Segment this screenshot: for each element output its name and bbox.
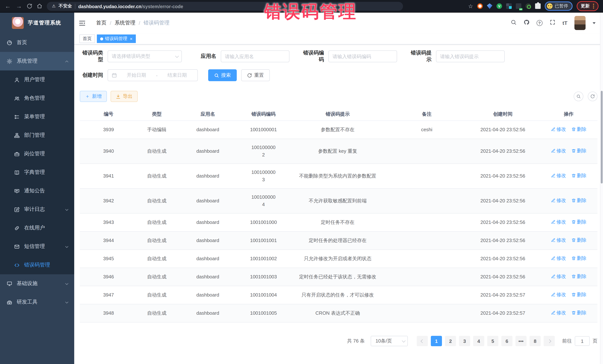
- error-code-input[interactable]: [333, 54, 393, 59]
- sidebar-item-dev-tools[interactable]: 研发工具: [0, 293, 74, 311]
- breadcrumb-system[interactable]: 系统管理: [115, 20, 135, 26]
- cell-remark: [388, 268, 466, 286]
- page-button-5[interactable]: 5: [487, 336, 498, 346]
- edit-link[interactable]: 修改: [551, 255, 566, 262]
- error-tip-input[interactable]: [440, 54, 500, 59]
- forward-icon[interactable]: →: [16, 3, 22, 9]
- extension-squares-icon[interactable]: [506, 3, 512, 9]
- delete-link[interactable]: 删除: [571, 255, 587, 262]
- sidebar-item-role[interactable]: 角色管理: [0, 89, 74, 108]
- reset-button[interactable]: 重置: [241, 69, 270, 81]
- font-size-icon[interactable]: tT: [563, 20, 567, 26]
- app-name-input[interactable]: [225, 54, 285, 59]
- delete-link[interactable]: 删除: [571, 273, 587, 280]
- edit-link[interactable]: 修改: [551, 236, 566, 244]
- sidebar-item-audit-log[interactable]: 审计日志: [0, 200, 74, 219]
- cell-tip: 定时任务的处理器已经存在: [288, 232, 388, 250]
- home-icon[interactable]: [37, 3, 42, 9]
- extension-gem-icon[interactable]: [487, 3, 492, 9]
- sidebar-item-infra[interactable]: 基础设施: [0, 274, 74, 293]
- page-button-6[interactable]: 6: [501, 336, 512, 346]
- sidebar-item-dict[interactable]: 字典管理: [0, 163, 74, 182]
- cell-app: dashboard: [176, 188, 239, 213]
- date-range-picker[interactable]: 开始日期 - 结束日期: [108, 69, 198, 81]
- sidebar-item-online-user[interactable]: 在线用户: [0, 219, 74, 237]
- edit-link[interactable]: 修改: [551, 218, 566, 226]
- avatar-caret-icon[interactable]: [593, 22, 596, 24]
- edit-link[interactable]: 修改: [551, 197, 566, 204]
- page-button-2[interactable]: 2: [445, 336, 456, 346]
- page-button-1[interactable]: 1: [431, 336, 442, 346]
- cell-actions: 修改删除: [540, 286, 597, 304]
- page-size-select[interactable]: 10条/页: [371, 336, 408, 346]
- more-pages-button[interactable]: •••: [515, 336, 527, 346]
- add-button[interactable]: ＋ 新增: [80, 91, 107, 102]
- scrollbar-thumb[interactable]: [601, 91, 603, 184]
- sidebar-item-dept[interactable]: 部门管理: [0, 126, 74, 144]
- users-icon: [14, 95, 20, 101]
- cell-code: 1001000002: [239, 139, 288, 164]
- edit-link[interactable]: 修改: [551, 309, 566, 317]
- tag-error-code[interactable]: 错误码管理 ×: [97, 34, 136, 43]
- sidebar-item-home[interactable]: 首页: [0, 33, 74, 52]
- search-button[interactable]: 搜索: [208, 69, 237, 81]
- back-icon[interactable]: ←: [4, 3, 11, 9]
- close-tag-icon[interactable]: ×: [130, 36, 132, 41]
- sidebar-item-post[interactable]: 岗位管理: [0, 144, 74, 163]
- delete-link[interactable]: 删除: [571, 147, 587, 154]
- hamburger-icon[interactable]: [79, 20, 86, 26]
- column-header: 创建时间: [466, 108, 540, 121]
- goto-page-input[interactable]: [575, 336, 590, 346]
- sidebar-item-menu[interactable]: 菜单管理: [0, 108, 74, 126]
- extension-key-icon[interactable]: [525, 3, 531, 9]
- help-icon[interactable]: ?: [537, 20, 543, 26]
- app-logo[interactable]: 芋道管理系统: [0, 13, 74, 33]
- delete-link[interactable]: 删除: [571, 218, 587, 226]
- refresh-table-button[interactable]: [588, 92, 597, 101]
- page-button-8[interactable]: 8: [530, 336, 541, 346]
- extension-on-icon[interactable]: [516, 3, 521, 9]
- page-button-3[interactable]: 3: [459, 336, 470, 346]
- scrollbar[interactable]: [600, 13, 603, 364]
- delete-link[interactable]: 删除: [571, 126, 587, 133]
- sidebar-item-error-code[interactable]: 错误码管理: [0, 256, 74, 274]
- edit-link[interactable]: 修改: [551, 291, 566, 298]
- next-page-button[interactable]: [544, 336, 555, 346]
- user-avatar[interactable]: [574, 16, 586, 30]
- delete-link[interactable]: 删除: [571, 236, 587, 244]
- error-type-select[interactable]: 请选择错误码类型: [108, 50, 182, 62]
- delete-link[interactable]: 删除: [571, 197, 587, 204]
- chevron-down-icon: [65, 281, 69, 286]
- cell-tip: 参数配置 key 重复: [288, 139, 388, 164]
- header-search-icon[interactable]: [510, 19, 517, 27]
- edit-link[interactable]: 修改: [551, 126, 566, 133]
- delete-link[interactable]: 删除: [571, 309, 587, 317]
- sidebar-item-sms[interactable]: 短信管理: [0, 237, 74, 256]
- link-icon: [14, 225, 20, 231]
- prev-page-button[interactable]: [417, 336, 428, 346]
- extensions-puzzle-icon[interactable]: [535, 3, 541, 9]
- delete-link[interactable]: 删除: [571, 172, 587, 179]
- extension-v-icon[interactable]: V: [497, 3, 502, 9]
- tag-home[interactable]: 首页: [79, 34, 95, 43]
- edit-link[interactable]: 修改: [551, 172, 566, 179]
- fullscreen-icon[interactable]: [550, 19, 556, 27]
- toggle-search-button[interactable]: [574, 92, 583, 101]
- edit-link[interactable]: 修改: [551, 273, 566, 280]
- edit-link[interactable]: 修改: [551, 147, 566, 154]
- delete-link[interactable]: 删除: [571, 291, 587, 298]
- browser-profile-chip[interactable]: 已暂停: [545, 1, 573, 11]
- sidebar-item-user[interactable]: 用户管理: [0, 70, 74, 89]
- reload-icon[interactable]: [27, 3, 32, 9]
- browser-update-button[interactable]: 更新: [577, 1, 599, 11]
- address-bar[interactable]: ⚠ 不安全 dashboard.yudao.iocoder.cn/system/…: [47, 2, 403, 11]
- sidebar-item-system[interactable]: 系统管理: [0, 52, 74, 70]
- page-button-4[interactable]: 4: [473, 336, 484, 346]
- export-button[interactable]: 导出: [111, 91, 138, 102]
- extension-ring-icon[interactable]: [477, 3, 483, 9]
- breadcrumb-home[interactable]: 首页: [96, 20, 106, 26]
- bookmark-star-icon[interactable]: ☆: [468, 3, 473, 10]
- page-content: 错误码类型 请选择错误码类型 应用名 错误码编码: [74, 44, 603, 364]
- sidebar-item-notice[interactable]: 通知公告: [0, 182, 74, 200]
- github-icon[interactable]: [524, 19, 530, 27]
